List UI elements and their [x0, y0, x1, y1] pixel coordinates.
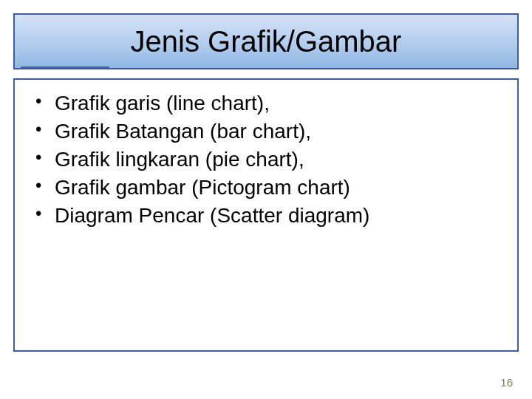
bullet-list: Grafik garis (line chart), Grafik Batang…	[35, 90, 510, 228]
page-number: 16	[500, 376, 513, 389]
slide: Jenis Grafik/Gambar Grafik garis (line c…	[0, 0, 532, 399]
list-item: Grafik Batangan (bar chart),	[35, 118, 510, 144]
list-item: Diagram Pencar (Scatter diagram)	[35, 202, 510, 228]
content-box: Grafik garis (line chart), Grafik Batang…	[13, 78, 519, 352]
list-item: Grafik lingkaran (pie chart),	[35, 146, 510, 172]
list-item: Grafik gambar (Pictogram chart)	[35, 174, 510, 200]
title-underline	[21, 66, 109, 69]
slide-title: Jenis Grafik/Gambar	[131, 25, 402, 58]
list-item: Grafik garis (line chart),	[35, 90, 510, 116]
title-bar: Jenis Grafik/Gambar	[13, 13, 519, 69]
